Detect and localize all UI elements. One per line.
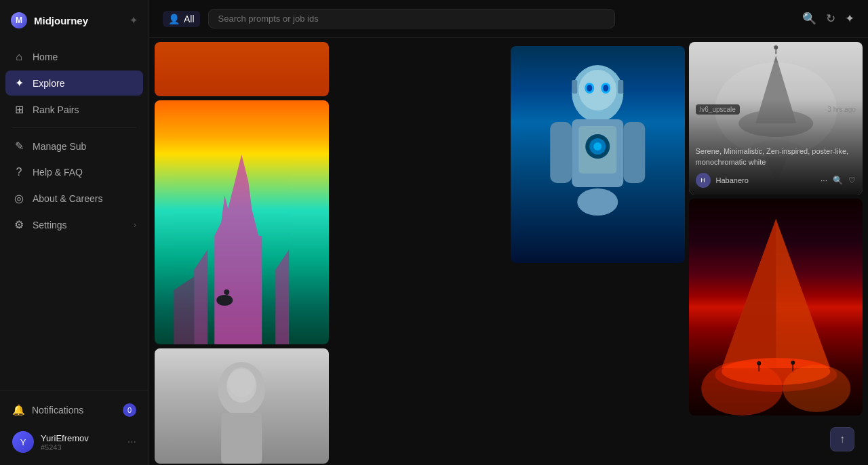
sidebar-item-home[interactable]: ⌂ Home: [5, 45, 143, 69]
sparkle-icon[interactable]: ✦: [845, 12, 854, 26]
user-profile-row[interactable]: Y YuriEfremov #5243 ···: [5, 426, 143, 458]
rank-pairs-icon: ⊞: [12, 103, 26, 116]
topbar-actions: 🔍 ↻ ✦: [802, 12, 854, 26]
notifications-item[interactable]: 🔔 Notifications 0: [5, 397, 143, 423]
image-card-white-bust[interactable]: [155, 348, 329, 464]
gallery-col-0: [155, 42, 329, 464]
svg-rect-37: [572, 80, 577, 94]
svg-point-43: [593, 142, 601, 150]
user-id: #5243: [41, 443, 121, 451]
heart-icon[interactable]: ♡: [848, 176, 856, 185]
user-more-icon[interactable]: ···: [127, 436, 136, 448]
sidebar-item-about-careers[interactable]: ◎ About & Careers: [5, 186, 143, 211]
svg-point-58: [701, 361, 783, 416]
image-card-desert-castle[interactable]: [155, 100, 329, 344]
sidebar-item-settings-label: Settings: [33, 220, 67, 230]
app-logo: M Midjourney ✦: [0, 0, 149, 41]
explore-icon: ✦: [12, 77, 26, 89]
sidebar-item-help-faq[interactable]: ? Help & FAQ: [5, 160, 143, 184]
nav-menu: ⌂ Home ✦ Explore ⊞ Rank Pairs ✎ Manage S…: [0, 41, 149, 390]
sidebar-item-settings[interactable]: ⚙ Settings ›: [5, 212, 143, 237]
scroll-top-icon: ↑: [840, 433, 845, 445]
card-command: /v6_upscale: [696, 104, 740, 115]
svg-marker-1: [194, 249, 208, 344]
app-name: Midjourney: [34, 15, 88, 26]
help-icon: ?: [12, 166, 26, 178]
svg-point-63: [791, 361, 795, 365]
image-card-robot-woman[interactable]: [511, 46, 685, 263]
sidebar-item-explore[interactable]: ✦ Explore: [5, 70, 143, 96]
card-avatar: H: [696, 173, 711, 188]
gallery-col-2: [511, 42, 685, 464]
card-actions: ··· 🔍 ♡: [821, 176, 856, 185]
sidebar-item-manage-sub-label: Manage Sub: [33, 141, 86, 152]
svg-point-5: [224, 289, 229, 295]
nav-divider: [12, 127, 136, 128]
notifications-label: Notifications: [32, 405, 83, 416]
svg-point-9: [228, 367, 255, 397]
refresh-icon[interactable]: ↻: [826, 12, 835, 26]
svg-point-46: [577, 188, 618, 216]
image-card-pyramid[interactable]: [689, 199, 863, 416]
svg-rect-38: [618, 80, 623, 94]
chevron-right-icon: ›: [134, 220, 136, 230]
image-card-floating-island[interactable]: /v6_upscale 3 hrs ago Serene, Minimalist…: [689, 42, 863, 195]
card-overlay: /v6_upscale 3 hrs ago Serene, Minimalist…: [689, 99, 863, 195]
svg-marker-0: [214, 155, 262, 344]
search-input[interactable]: [208, 9, 615, 28]
logo-sparkle-icon: ✦: [130, 15, 138, 26]
sidebar-item-about-careers-label: About & Careers: [33, 193, 103, 204]
bell-icon: 🔔: [12, 404, 25, 416]
about-icon: ◎: [12, 192, 26, 205]
card-time: 3 hrs ago: [827, 106, 856, 113]
svg-marker-2: [275, 249, 289, 344]
sidebar-item-help-faq-label: Help & FAQ: [33, 167, 83, 178]
user-name: YuriEfremov: [41, 433, 121, 443]
search-card-icon[interactable]: 🔍: [833, 176, 843, 185]
sidebar-item-rank-pairs[interactable]: ⊞ Rank Pairs: [5, 97, 143, 122]
topbar: 👤 All 🔍 ↻ ✦: [149, 0, 868, 38]
filter-all-button[interactable]: 👤 All: [163, 11, 200, 27]
user-info: YuriEfremov #5243: [41, 433, 121, 451]
image-card-orange-top[interactable]: [155, 42, 329, 96]
sidebar-item-manage-sub[interactable]: ✎ Manage Sub: [5, 134, 143, 159]
svg-point-61: [757, 361, 761, 365]
logo-icon: M: [11, 12, 27, 28]
sidebar-item-explore-label: Explore: [33, 78, 64, 89]
scroll-top-button[interactable]: ↑: [830, 427, 854, 451]
notifications-badge: 0: [123, 403, 136, 417]
svg-rect-8: [221, 413, 262, 464]
gallery-col-1: [333, 42, 507, 464]
gallery: /v6_upscale 3 hrs ago Serene, Minimalist…: [149, 38, 868, 465]
sidebar-bottom: 🔔 Notifications 0 Y YuriEfremov #5243 ··…: [0, 390, 149, 465]
main-content: 👤 All 🔍 ↻ ✦: [149, 0, 868, 465]
home-icon: ⌂: [12, 51, 26, 63]
card-desc: Serene, Minimalistic, Zen-inspired, post…: [696, 146, 856, 167]
svg-point-59: [783, 365, 850, 412]
manage-sub-icon: ✎: [12, 140, 26, 153]
more-dots-icon[interactable]: ···: [821, 176, 827, 185]
filter-icon: 👤: [168, 14, 180, 24]
gallery-col-3: /v6_upscale 3 hrs ago Serene, Minimalist…: [689, 42, 863, 464]
filter-label: All: [184, 14, 195, 24]
svg-point-32: [578, 70, 616, 110]
avatar: Y: [12, 431, 34, 453]
masonry-grid: /v6_upscale 3 hrs ago Serene, Minimalist…: [155, 38, 863, 464]
svg-point-35: [587, 85, 592, 92]
card-bottom: H Habanero ··· 🔍 ♡: [696, 173, 856, 188]
svg-rect-44: [550, 122, 572, 183]
settings-icon: ⚙: [12, 218, 26, 231]
svg-point-4: [216, 295, 233, 306]
svg-point-52: [774, 45, 778, 49]
svg-marker-55: [722, 219, 776, 368]
sidebar-item-rank-pairs-label: Rank Pairs: [33, 104, 79, 115]
svg-point-36: [603, 85, 608, 92]
sidebar-item-home-label: Home: [33, 52, 58, 62]
svg-rect-45: [623, 122, 645, 183]
card-meta-top: /v6_upscale 3 hrs ago: [689, 99, 863, 120]
svg-marker-3: [174, 277, 194, 344]
search-icon[interactable]: 🔍: [802, 12, 816, 26]
sidebar: M Midjourney ✦ ⌂ Home ✦ Explore ⊞ Rank P…: [0, 0, 149, 465]
card-username: Habanero: [716, 176, 815, 184]
